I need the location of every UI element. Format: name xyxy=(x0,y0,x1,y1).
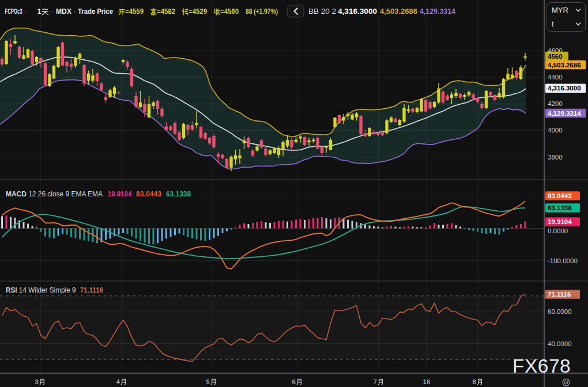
svg-text:71.1116: 71.1116 xyxy=(80,286,103,294)
svg-text:8: 8 xyxy=(473,378,476,385)
svg-text:4,129.3314: 4,129.3314 xyxy=(420,7,455,16)
svg-text:4,129.3314: 4,129.3314 xyxy=(548,110,581,117)
svg-text:4200: 4200 xyxy=(548,100,563,107)
svg-text:3: 3 xyxy=(35,378,39,385)
svg-text:4,316.3000: 4,316.3000 xyxy=(548,85,581,92)
svg-text:-100.0000: -100.0000 xyxy=(548,257,578,264)
svg-text:BB 20 2: BB 20 2 xyxy=(308,7,336,16)
svg-text:88 (+1.97%): 88 (+1.97%) xyxy=(246,7,278,16)
svg-text:4: 4 xyxy=(116,378,120,385)
svg-text:=4582: =4582 xyxy=(157,7,175,16)
svg-text:40.0000: 40.0000 xyxy=(548,340,572,347)
svg-text:71.1116: 71.1116 xyxy=(548,291,571,298)
svg-text:4,503.2686: 4,503.2686 xyxy=(548,62,581,69)
svg-text:60.0000: 60.0000 xyxy=(548,308,572,315)
svg-text:7: 7 xyxy=(374,378,377,385)
svg-text:5: 5 xyxy=(206,378,210,385)
svg-text:RSI 14 Wilder Simple 9: RSI 14 Wilder Simple 9 xyxy=(6,286,76,294)
svg-text:0.0000: 0.0000 xyxy=(548,227,568,234)
svg-text:3800: 3800 xyxy=(548,154,563,161)
svg-text:=4560: =4560 xyxy=(220,7,239,16)
svg-text:6: 6 xyxy=(292,378,296,385)
svg-text:4,316.3000: 4,316.3000 xyxy=(338,7,377,16)
svg-text:MACD 12 26 close 9 EMA EMA: MACD 12 26 close 9 EMA EMA xyxy=(6,190,103,198)
svg-text:83.0443: 83.0443 xyxy=(548,192,572,199)
svg-text:·: · xyxy=(74,7,76,16)
svg-text:63.1338: 63.1338 xyxy=(548,204,572,211)
svg-text:t: t xyxy=(552,20,554,28)
svg-text:FCPOc3: FCPOc3 xyxy=(5,7,22,16)
svg-text:=4529: =4529 xyxy=(189,7,207,16)
svg-text:4560: 4560 xyxy=(548,53,563,60)
svg-text:83.0443: 83.0443 xyxy=(136,190,161,198)
svg-text:1: 1 xyxy=(37,7,42,16)
svg-text:·: · xyxy=(51,7,54,16)
svg-text:MYR: MYR xyxy=(552,6,568,14)
svg-text:4,503.2686: 4,503.2686 xyxy=(380,7,417,16)
svg-text:19.9104: 19.9104 xyxy=(108,190,132,198)
svg-text:4400: 4400 xyxy=(548,74,563,81)
svg-text:·: · xyxy=(24,7,27,16)
svg-text:MDX: MDX xyxy=(56,7,72,16)
svg-text:=4559: =4559 xyxy=(125,7,144,16)
svg-text:16: 16 xyxy=(423,378,431,385)
svg-text:63.1338: 63.1338 xyxy=(166,190,191,198)
svg-text:Trade Price: Trade Price xyxy=(78,7,113,16)
svg-text:FX678: FX678 xyxy=(512,355,571,377)
svg-text:19.9104: 19.9104 xyxy=(548,218,572,225)
svg-text:4000: 4000 xyxy=(548,127,563,134)
